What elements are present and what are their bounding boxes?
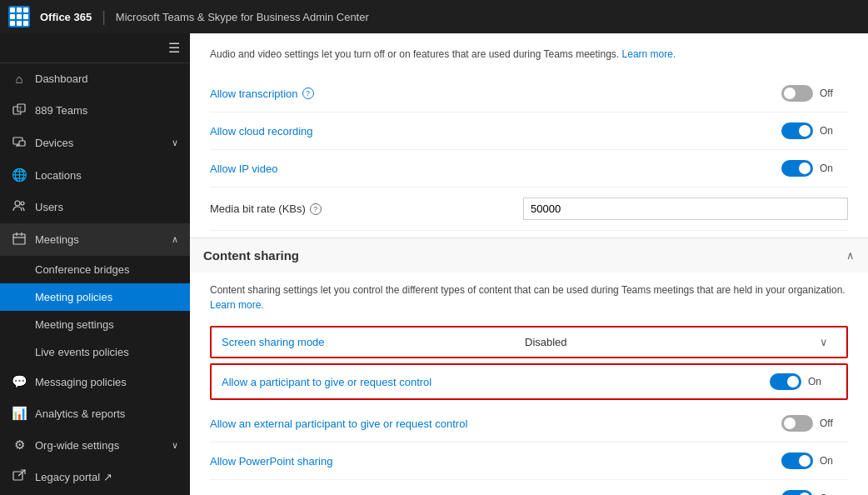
powerpoint-row: Allow PowerPoint sharing On [210,442,848,480]
teams-icon: T [12,102,27,118]
transcription-control: Off [781,85,848,102]
screen-sharing-row: Screen sharing mode Disabled ∨ [212,328,846,357]
powerpoint-toggle[interactable] [781,452,813,469]
media-bit-rate-label: Media bit rate (KBs) ? [210,202,523,215]
live-events-label: Live events policies [35,346,129,358]
powerpoint-value: On [820,455,833,467]
sidebar-item-meetings[interactable]: Meetings ∧ [0,223,190,256]
sidebar-item-org-settings[interactable]: ⚙ Org-wide settings ∨ [0,429,190,461]
allow-transcription-label: Allow transcription ? [210,88,781,100]
whiteboard-label: Allow whiteboard [210,492,781,496]
screen-sharing-dropdown-chevron[interactable]: ∨ [811,336,836,348]
ip-video-value: On [820,162,833,174]
external-participant-control: Off [781,415,848,432]
svg-line-14 [18,470,25,476]
messaging-icon: 💬 [12,374,27,389]
meeting-settings-label: Meeting settings [35,318,114,331]
topbar-title: Microsoft Teams & Skype for Business Adm… [116,11,369,23]
whiteboard-toggle[interactable] [781,490,813,495]
whiteboard-row: Allow whiteboard On [210,480,848,495]
help-icon-transcription[interactable]: ? [302,88,314,99]
sidebar-header: ☰ [0,33,190,63]
external-participant-value: Off [820,418,833,429]
section-collapse-icon[interactable]: ∧ [846,249,855,262]
ip-video-label: Allow IP video [210,162,781,175]
sidebar-item-label-users: Users [35,201,63,213]
topbar-separator: | [102,8,106,26]
intro-text: Audio and video settings let you turn of… [210,48,619,60]
meetings-icon [12,232,27,248]
external-participant-row: Allow an external participant to give or… [210,405,848,442]
locations-icon: 🌐 [12,168,27,182]
users-icon [12,199,27,215]
participant-control-control: On [770,373,836,390]
sidebar-item-legacy[interactable]: Legacy portal ↗ [0,461,190,493]
allow-transcription-row: Allow transcription ? Off [210,75,848,112]
sidebar-item-label-devices: Devices [35,137,73,149]
meeting-policies-label: Meeting policies [35,291,112,303]
participant-control-highlighted: Allow a participant to give or request c… [210,363,848,400]
svg-rect-9 [13,234,25,244]
sidebar-item-teams[interactable]: T 889 Teams [0,94,190,127]
participant-control-toggle[interactable] [770,373,801,390]
transcription-toggle[interactable] [781,85,813,102]
cloud-recording-toggle[interactable] [781,122,813,139]
sidebar-item-label-meetings: Meetings [35,233,79,246]
sidebar-item-meeting-settings[interactable]: Meeting settings [0,311,190,338]
content-sharing-section-header: Content sharing ∧ [190,238,868,272]
sidebar-item-label-analytics: Analytics & reports [35,408,125,420]
sidebar-item-analytics[interactable]: 📊 Analytics & reports [0,398,190,429]
waffle-icon [10,8,28,26]
sidebar-item-users[interactable]: Users [0,191,190,223]
whiteboard-control: On [781,490,848,495]
allow-cloud-recording-row: Allow cloud recording On [210,112,848,150]
cloud-recording-control: On [781,122,848,139]
sidebar-item-label-messaging: Messaging policies [35,376,127,388]
content-sharing-learn-more[interactable]: Learn more. [210,299,264,311]
participant-control-label: Allow a participant to give or request c… [222,376,770,388]
chevron-up-icon: ∧ [172,234,178,245]
sidebar-label-teams: 889 Teams [35,104,87,117]
media-bit-rate-input[interactable] [523,198,848,220]
transcription-value: Off [820,88,833,99]
sidebar-item-meeting-policies[interactable]: Meeting policies [0,283,190,311]
main-layout: ☰ ⌂ Dashboard T 889 Teams Devices ∨ 🌐 Lo… [0,33,868,495]
screen-sharing-value: Disabled [525,336,567,348]
sidebar-item-locations[interactable]: 🌐 Locations [0,159,190,191]
section-title: Content sharing [203,248,299,262]
screen-sharing-value-area: Disabled [508,336,811,348]
help-icon-media[interactable]: ? [310,203,322,215]
dashboard-icon: ⌂ [12,72,27,86]
hamburger-icon[interactable]: ☰ [168,40,180,56]
content-area: Audio and video settings let you turn of… [190,33,868,495]
legacy-icon [12,469,27,485]
sidebar-item-label-legacy: Legacy portal ↗ [35,471,112,483]
sidebar-item-messaging[interactable]: 💬 Messaging policies [0,366,190,398]
svg-point-8 [21,202,24,205]
chevron-down-icon-org: ∨ [172,440,178,451]
devices-icon [12,135,27,151]
external-participant-toggle[interactable] [781,415,813,432]
learn-more-link[interactable]: Learn more. [622,48,676,60]
sidebar-item-label-org: Org-wide settings [35,439,119,452]
sidebar-item-devices[interactable]: Devices ∨ [0,127,190,159]
org-settings-icon: ⚙ [12,438,27,452]
waffle-button[interactable] [8,6,30,28]
sidebar-item-conference-bridges[interactable]: Conference bridges [0,256,190,283]
media-bit-rate-control [523,198,848,220]
participant-control-value: On [808,376,821,388]
sidebar-item-dashboard[interactable]: ⌂ Dashboard [0,63,190,94]
intro-paragraph: Audio and video settings let you turn of… [210,47,848,62]
screen-sharing-label: Screen sharing mode [222,336,508,348]
screen-sharing-highlighted: Screen sharing mode Disabled ∨ [210,326,848,358]
allow-ip-video-row: Allow IP video On [210,150,848,188]
media-bit-rate-row: Media bit rate (KBs) ? [210,188,848,231]
cloud-recording-label: Allow cloud recording [210,125,781,138]
chevron-down-icon: ∨ [172,138,178,148]
cloud-recording-value: On [820,125,833,137]
ip-video-toggle[interactable] [781,160,813,177]
sidebar-item-live-events[interactable]: Live events policies [0,338,190,366]
svg-text:T: T [18,106,22,112]
content-sharing-description: Content sharing settings let you control… [210,282,848,312]
svg-rect-4 [19,141,25,146]
